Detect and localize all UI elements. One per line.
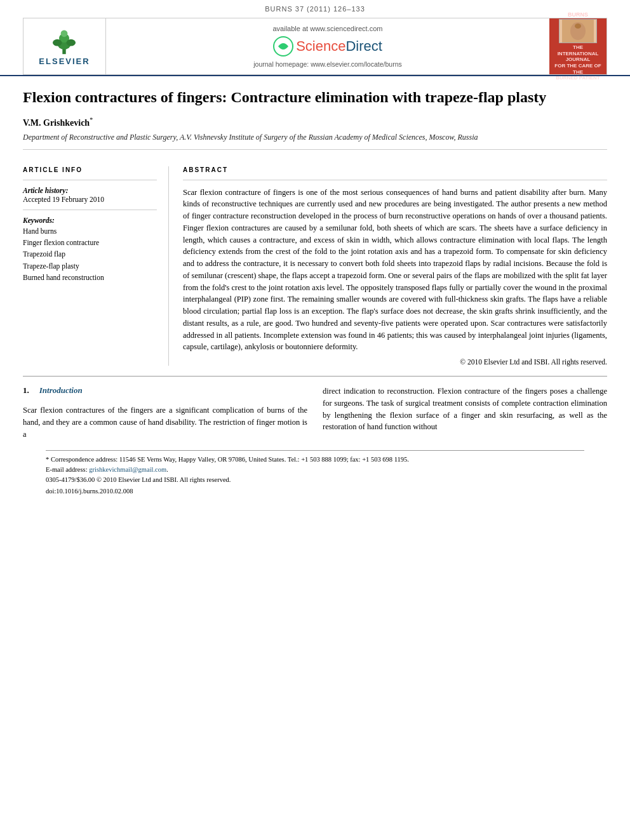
elsevier-logo-area: ELSEVIER: [23, 18, 106, 74]
doi-line: doi:10.1016/j.burns.2010.02.008: [46, 486, 584, 497]
available-at-text: available at www.sciencedirect.com: [272, 25, 382, 32]
burns-top-text: BURNS: [568, 11, 588, 18]
intro-col1-text: Scar flexion contractures of the fingers…: [23, 404, 307, 440]
footnotes: * Correspondence address: 11546 SE Verns…: [46, 450, 584, 496]
keyword-1: Hand burns: [23, 225, 157, 237]
keyword-2: Finger flexion contracture: [23, 237, 157, 248]
sciencedirect-logo-icon: [273, 36, 293, 57]
body-col-left: 1. Introduction Scar flexion contracture…: [23, 385, 307, 440]
article-title: Flexion contractures of fingers: Contrac…: [23, 88, 607, 107]
email-note: E-mail address: grishkevichmail@gmail.co…: [46, 465, 584, 475]
abstract-text: Scar flexion contracture of fingers is o…: [183, 187, 607, 354]
keyword-5: Burned hand reconstruction: [23, 272, 157, 283]
issn-line: 0305-4179/$36.00 © 2010 Elsevier Ltd and…: [46, 475, 584, 485]
affiliation: Department of Reconstructive and Plastic…: [23, 132, 607, 143]
author-footnote-marker: *: [90, 116, 93, 123]
correspondence-note: * Correspondence address: 11546 SE Verns…: [46, 455, 584, 465]
burns-bottom-text: THE INTERNATIONAL JOURNALFOR THE CARE OF…: [552, 44, 604, 81]
journal-homepage: journal homepage: www.elsevier.com/locat…: [253, 60, 401, 68]
body-col-right: direct indication to reconstruction. Fle…: [323, 385, 607, 440]
keyword-3: Trapezoid flap: [23, 248, 157, 260]
svg-point-9: [575, 23, 581, 29]
burns-badge-area: BURNS THE INTERNATIONAL JOURNALFOR THE C…: [549, 18, 607, 74]
elsevier-logo: ELSEVIER: [39, 27, 90, 66]
main-divider: [23, 376, 607, 377]
keyword-4: Trapeze-flap plasty: [23, 260, 157, 272]
abstract-copyright: © 2010 Elsevier Ltd and ISBI. All rights…: [183, 358, 607, 366]
intro-title: Introduction: [39, 385, 83, 396]
page: BURNS 37 (2011) 126–133 ELSEVIER availab…: [0, 0, 630, 840]
elsevier-tree-icon: [45, 27, 83, 55]
intro-number: 1.: [23, 385, 29, 396]
divider-info: [23, 180, 157, 180]
article-info-label: ARTICLE INFO: [23, 166, 157, 173]
email-link[interactable]: grishkevichmail@gmail.com: [89, 466, 166, 473]
burns-cover-icon: [562, 20, 594, 43]
sciencedirect-logo: ScienceDirect: [273, 36, 382, 57]
journal-citation: BURNS 37 (2011) 126–133: [0, 0, 630, 15]
title-section: Flexion contractures of fingers: Contrac…: [0, 75, 630, 163]
svg-point-3: [61, 30, 68, 37]
intro-col2-text: direct indication to reconstruction. Fle…: [323, 385, 607, 433]
abstract-col: ABSTRACT Scar flexion contracture of fin…: [169, 166, 607, 366]
sciencedirect-area: available at www.sciencedirect.com Scien…: [106, 18, 549, 74]
article-info-col: ARTICLE INFO Article history: Accepted 1…: [23, 166, 169, 366]
svg-point-5: [67, 39, 76, 46]
burns-image: [559, 19, 597, 43]
accepted-date: Accepted 19 February 2010: [23, 196, 157, 203]
article-info-abstract: ARTICLE INFO Article history: Accepted 1…: [23, 166, 607, 366]
keywords-list: Hand burns Finger flexion contracture Tr…: [23, 225, 157, 284]
divider-abstract: [183, 180, 607, 180]
header-banner: ELSEVIER available at www.sciencedirect.…: [23, 18, 607, 75]
body-columns: 1. Introduction Scar flexion contracture…: [23, 385, 607, 440]
author-line: V.M. Grishkevich*: [23, 116, 607, 128]
keywords-label: Keywords:: [23, 217, 157, 224]
author-name: V.M. Grishkevich: [23, 118, 90, 128]
divider-1: [23, 149, 607, 150]
elsevier-text: ELSEVIER: [39, 57, 90, 66]
abstract-label: ABSTRACT: [183, 166, 607, 173]
main-content: 1. Introduction Scar flexion contracture…: [23, 376, 607, 496]
history-label: Article history:: [23, 187, 157, 194]
svg-point-4: [53, 39, 62, 46]
divider-keywords: [23, 210, 157, 210]
intro-heading: 1. Introduction: [23, 385, 307, 401]
sciencedirect-text: ScienceDirect: [296, 38, 382, 55]
